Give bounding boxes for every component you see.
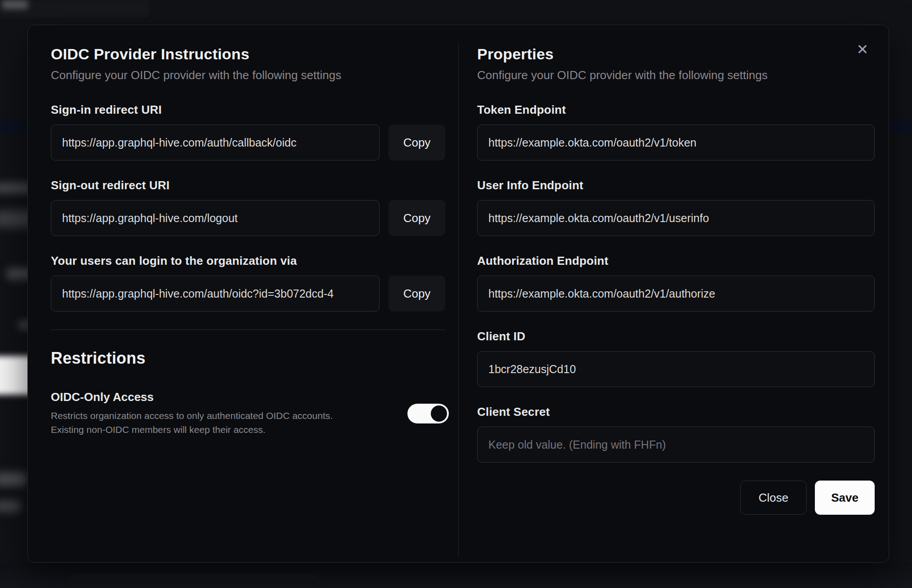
instructions-title: OIDC Provider Instructions xyxy=(51,45,445,63)
token-endpoint-field: Token Endpoint xyxy=(477,103,875,160)
properties-section: Properties Configure your OIDC provider … xyxy=(477,45,875,515)
copy-signout-button[interactable]: Copy xyxy=(389,200,445,236)
copy-signin-button[interactable]: Copy xyxy=(389,125,445,160)
oidc-only-access-description: Restricts organization access to only au… xyxy=(51,409,333,437)
oidc-only-access-label: OIDC-Only Access xyxy=(51,390,333,404)
signout-redirect-label: Sign-out redirect URI xyxy=(51,178,445,192)
login-url-label: Your users can login to the organization… xyxy=(51,254,445,268)
userinfo-endpoint-label: User Info Endpoint xyxy=(477,178,875,192)
oidc-only-toggle[interactable] xyxy=(407,404,449,423)
signout-redirect-input[interactable] xyxy=(51,200,380,236)
blurred-footer-band xyxy=(0,563,912,588)
toggle-knob xyxy=(431,405,447,422)
client-secret-input[interactable] xyxy=(477,427,875,463)
close-button[interactable]: Close xyxy=(740,481,807,515)
blurred-text-remnant xyxy=(0,500,21,512)
signin-redirect-field: Sign-in redirect URI Copy xyxy=(51,103,445,160)
restrictions-title: Restrictions xyxy=(51,349,445,368)
blurred-topbar xyxy=(0,0,149,18)
userinfo-endpoint-field: User Info Endpoint xyxy=(477,178,875,236)
client-secret-label: Client Secret xyxy=(477,405,875,419)
blurred-text-remnant xyxy=(0,472,27,486)
blurred-logo xyxy=(2,0,28,9)
authorization-endpoint-label: Authorization Endpoint xyxy=(477,254,875,268)
client-secret-field: Client Secret xyxy=(477,405,875,463)
dialog-actions: Close Save xyxy=(477,481,875,515)
oidc-only-access-text: OIDC-Only Access Restricts organization … xyxy=(51,390,333,437)
login-url-field: Your users can login to the organization… xyxy=(51,254,445,312)
signin-redirect-input[interactable] xyxy=(51,125,380,160)
client-id-label: Client ID xyxy=(477,330,875,343)
blurred-footer-line xyxy=(67,575,319,588)
instructions-subtitle: Configure your OIDC provider with the fo… xyxy=(51,68,445,82)
column-divider xyxy=(458,42,459,557)
signout-redirect-field: Sign-out redirect URI Copy xyxy=(51,178,445,236)
token-endpoint-input[interactable] xyxy=(477,125,875,160)
login-url-input[interactable] xyxy=(51,276,380,312)
signin-redirect-label: Sign-in redirect URI xyxy=(51,103,445,117)
oidc-settings-dialog: ✕ OIDC Provider Instructions Configure y… xyxy=(27,25,889,563)
client-id-field: Client ID xyxy=(477,330,875,387)
authorization-endpoint-input[interactable] xyxy=(477,276,875,312)
authorization-endpoint-field: Authorization Endpoint xyxy=(477,254,875,312)
instructions-section: OIDC Provider Instructions Configure you… xyxy=(51,45,445,437)
save-button[interactable]: Save xyxy=(815,481,875,515)
oidc-only-access-row: OIDC-Only Access Restricts organization … xyxy=(51,390,445,437)
properties-title: Properties xyxy=(477,45,875,63)
section-divider xyxy=(51,330,445,330)
client-id-input[interactable] xyxy=(477,351,875,387)
userinfo-endpoint-input[interactable] xyxy=(477,200,875,236)
copy-login-url-button[interactable]: Copy xyxy=(389,276,445,312)
properties-subtitle: Configure your OIDC provider with the fo… xyxy=(477,68,875,82)
token-endpoint-label: Token Endpoint xyxy=(477,103,875,117)
